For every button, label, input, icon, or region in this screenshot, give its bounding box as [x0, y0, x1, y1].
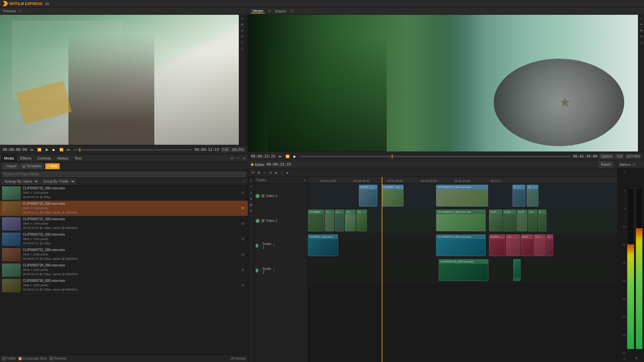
clip[interactable]: CLL...mov	[345, 209, 356, 231]
clip[interactable]: CLL	[546, 234, 553, 256]
tool-pin[interactable]: ◇	[240, 46, 245, 51]
trimmer-btn-stop[interactable]: ⏹	[44, 147, 49, 153]
clip[interactable]: CLIP...	[517, 209, 527, 231]
clip[interactable]: CLL...mov	[506, 234, 520, 256]
media-item-selected[interactable]: CLIP0000715_000.mov.mov 3840 × 2160 pixe…	[0, 201, 248, 216]
clip[interactable]: CL...v	[527, 185, 538, 206]
clip[interactable]: CLIP0000715_000.mov.mov	[436, 234, 486, 256]
meters-pin[interactable]: ≡	[632, 163, 636, 167]
trimmer-btn-skipfwd[interactable]: ⏭	[66, 147, 71, 153]
tool-rotate[interactable]: ↺	[240, 34, 245, 39]
editor-export-btn[interactable]: Export	[599, 162, 613, 168]
media-settings-icon[interactable]: ⚙	[241, 237, 246, 242]
trimmer-pin[interactable]: ≡	[18, 9, 21, 13]
media-item[interactable]: CLIP0000723_000.mov.mov 3840 × 2160 pixe…	[0, 232, 248, 247]
editor-tool-rate[interactable]: ⇉	[268, 170, 273, 175]
remove-checkbox[interactable]	[50, 357, 53, 360]
viewer-options-btn[interactable]: Options	[599, 154, 614, 159]
clip[interactable]: CL...av	[356, 209, 367, 231]
panel-filter[interactable]: ⊟	[242, 156, 247, 161]
trimmer-btn-skipback[interactable]: ⏮	[29, 147, 35, 153]
tab-text[interactable]: Text	[72, 155, 84, 162]
media-settings-icon[interactable]: ⚙	[241, 206, 246, 211]
editor-ltool-5[interactable]: ▤	[249, 202, 254, 207]
tool-text[interactable]: T	[240, 40, 245, 45]
track-visibility-video2[interactable]	[256, 194, 260, 198]
group-dropdown[interactable]: Group By: Folder	[41, 179, 76, 184]
trimmer-btn-play[interactable]: ▶	[51, 147, 57, 153]
footer-folder[interactable]: Folder	[2, 357, 16, 360]
track-visibility-video1[interactable]	[256, 219, 260, 223]
clip[interactable]: CLI...	[528, 209, 537, 231]
editor-ltool-2[interactable]: ✂	[249, 184, 254, 189]
clip[interactable]: CLIP	[538, 209, 546, 231]
tab-media[interactable]: Media	[1, 155, 17, 162]
templates-btn[interactable]: ▤ Templates	[20, 163, 44, 169]
footer-remove[interactable]: Remove	[50, 357, 66, 360]
viewer-btn-stepback[interactable]: ⏪	[285, 154, 290, 159]
composite-checkbox[interactable]	[18, 357, 22, 360]
viewer-tool-pin[interactable]: ◇	[639, 40, 644, 45]
viewer-btn-play[interactable]: ▶	[292, 154, 298, 159]
export-pin[interactable]: ≡	[290, 9, 294, 13]
panel-grid-view[interactable]: ⊞	[230, 156, 234, 161]
arrange-dropdown[interactable]: Arrange By: Name	[2, 179, 39, 184]
editor-tool-split[interactable]: ✂	[251, 170, 256, 175]
export-tab[interactable]: Export	[274, 9, 287, 13]
trimmer-btn-stepfwd[interactable]: ⏩	[59, 147, 64, 153]
footer-composite[interactable]: Composite Shot	[18, 357, 47, 360]
tool-crop[interactable]: ⊞	[240, 22, 245, 27]
media-item[interactable]: CLIP0000722_000.mov.mov 3840 × 2160 pixe…	[0, 247, 248, 262]
viewer-pin[interactable]: ≡	[267, 9, 271, 13]
editor-tool-slide[interactable]: ↕	[279, 170, 284, 175]
media-item[interactable]: CLIP0000730_000.mov.mov 3840 × 2160 pixe…	[0, 278, 248, 293]
viewer-tool-zoom[interactable]: ⊕	[639, 28, 644, 33]
arrange-sort-btn[interactable]: ↕	[241, 179, 246, 184]
viewer-tool-rotate[interactable]: ↺	[639, 34, 644, 39]
editor-tool-roll[interactable]: ↔	[262, 170, 267, 175]
viewer-timecode-bar[interactable]	[300, 156, 571, 157]
trimmer-btn-stepback[interactable]: ⏪	[37, 147, 42, 153]
tab-effects[interactable]: Effects	[17, 155, 34, 162]
search-input[interactable]	[2, 172, 246, 177]
viewer-tool-pan[interactable]: ✛	[639, 22, 644, 27]
clip[interactable]: CLIP0000715_000.mov.mov	[436, 209, 486, 231]
editor-ltool-1[interactable]: ≡	[249, 178, 254, 183]
clip[interactable]: C...v	[513, 185, 525, 206]
editor-tool-slip[interactable]: ⇆	[274, 170, 278, 175]
media-settings-icon[interactable]: ⚙	[241, 268, 246, 273]
media-settings-icon[interactable]: ⚙	[241, 252, 246, 257]
tool-arrow[interactable]: ↖	[240, 16, 245, 21]
media-settings-icon[interactable]: ⚙	[241, 222, 246, 226]
tool-move[interactable]: ✛	[240, 28, 245, 33]
viewer-quality-btn[interactable]: Full	[615, 154, 624, 159]
clip[interactable]: CLIP000...mov.mov	[308, 209, 324, 231]
panel-list-view[interactable]: ≡	[236, 156, 240, 161]
import-btn[interactable]: ↓ Import	[2, 163, 19, 169]
clip[interactable]: CLL...mov	[534, 234, 546, 256]
folder-checkbox[interactable]	[2, 357, 5, 360]
tab-controls[interactable]: Controls	[35, 155, 54, 162]
track-menu-icon[interactable]: ≡	[304, 179, 306, 182]
tab-history[interactable]: History	[54, 155, 71, 162]
clip[interactable]: CLIPO...v.mov	[521, 234, 533, 256]
track-visibility-audio1[interactable]	[256, 244, 258, 248]
clip[interactable]: CL...v	[335, 209, 344, 231]
clip[interactable]	[513, 259, 521, 281]
clip[interactable]: CLIP000...mov.mov	[382, 185, 404, 206]
trimmer-timecode-bar[interactable]	[73, 149, 193, 150]
clip[interactable]: CL...v	[325, 209, 334, 231]
media-item[interactable]: CLIP0000722_000.mov.mov 3840 × 2160 pixe…	[0, 216, 248, 232]
editor-tool-ripple[interactable]: ⊞	[257, 170, 261, 175]
media-item[interactable]: CLIP0000728_000.mov.mov 3840 × 2160 pixe…	[0, 262, 248, 278]
clip[interactable]: CLIP000...mov.mov	[308, 234, 338, 256]
media-item[interactable]: CLIP0000715_000.mov.mov 3840 × 2160 pixe…	[0, 185, 248, 201]
clip[interactable]: CLIP0000715_000.mov.mov	[439, 259, 488, 281]
clip[interactable]: CLIPO...v.mov	[359, 185, 377, 206]
viewer-tab[interactable]: Viewer	[251, 9, 265, 13]
new-btn[interactable]: + New	[45, 163, 59, 169]
media-settings-icon[interactable]: ⚙	[241, 191, 246, 195]
media-settings-icon[interactable]: ⚙	[241, 283, 246, 288]
viewer-btn-skipback[interactable]: ⏮	[277, 154, 283, 159]
editor-ltool-3[interactable]: ↙	[249, 190, 254, 195]
